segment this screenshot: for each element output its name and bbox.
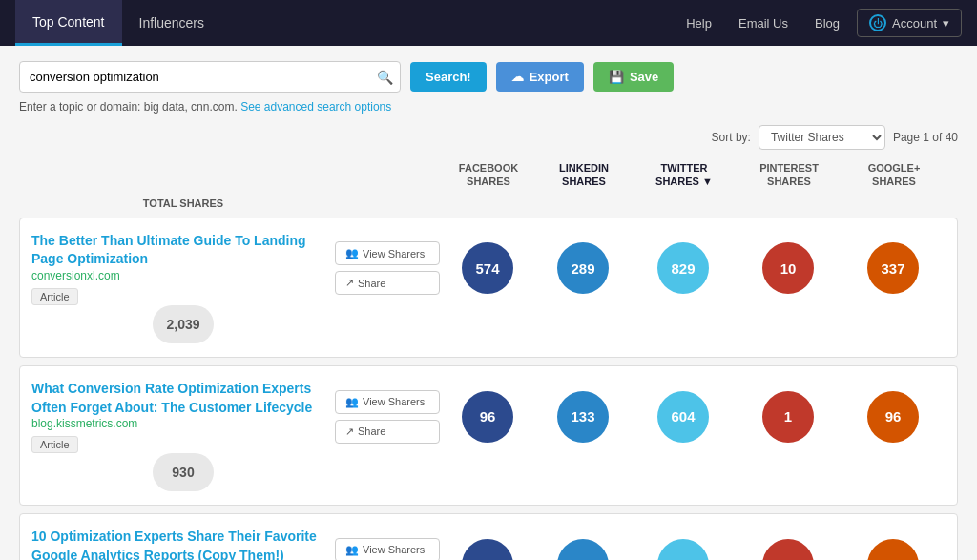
fb-share-1: 574 [440, 242, 535, 294]
share-icon: ↗ [345, 425, 354, 438]
table-header: FACEBOOKSHARES LINKEDINSHARES TWITTERSHA… [19, 157, 958, 214]
users-icon: 👥 [345, 396, 359, 408]
navbar: Top Content Influencers Help Email Us Bl… [0, 0, 977, 46]
col-header-facebook: FACEBOOKSHARES [441, 157, 536, 193]
nav-left: Top Content Influencers [15, 0, 221, 46]
gp-share-3: 159 [841, 539, 946, 560]
pi-circle-2: 1 [762, 391, 814, 443]
nav-right: Help Email Us Blog ⏻ Account ▾ [676, 9, 962, 37]
users-icon: 👥 [345, 247, 359, 259]
nav-item-influencers[interactable]: Influencers [122, 0, 221, 46]
content-info-3: 10 Optimization Experts Share Their Favo… [31, 528, 335, 560]
col-header-actions [336, 157, 441, 193]
col-header-title [31, 157, 336, 193]
search-hint: Enter a topic or domain: big data, cnn.c… [19, 100, 958, 114]
li-share-3: 161 [535, 539, 631, 560]
li-circle-1: 289 [557, 242, 609, 294]
search-input-wrap: 🔍 [19, 61, 401, 93]
chevron-down-icon: ▾ [943, 16, 949, 31]
gp-circle-1: 337 [867, 242, 919, 294]
upload-icon: ☁ [511, 70, 524, 84]
search-button[interactable]: Search! [410, 62, 487, 92]
nav-item-top-content[interactable]: Top Content [15, 0, 122, 46]
fb-share-3: 188 [440, 539, 535, 560]
gp-share-2: 96 [841, 391, 946, 443]
view-sharers-button-1[interactable]: 👥 View Sharers [335, 241, 440, 265]
gp-share-1: 337 [841, 242, 946, 294]
total-share-1: 2,039 [31, 305, 335, 343]
gp-circle-3: 159 [867, 539, 919, 560]
content-info-1: The Better Than Ultimate Guide To Landin… [31, 232, 335, 305]
fb-share-2: 96 [440, 391, 535, 443]
action-buttons-1: 👥 View Sharers ↗ Share [335, 241, 440, 295]
tw-circle-2: 604 [657, 391, 709, 443]
pi-circle-1: 10 [762, 242, 814, 294]
main-content: 🔍 Search! ☁ Export 💾 Save Enter a topic … [0, 46, 977, 560]
sort-label: Sort by: [712, 131, 751, 144]
table-row: What Conversion Rate Optimization Expert… [19, 365, 958, 506]
action-buttons-2: 👥 View Sharers ↗ Share [335, 390, 440, 444]
col-header-total: TOTAL SHARES [31, 193, 336, 214]
nav-help-link[interactable]: Help [676, 12, 721, 34]
share-button-2[interactable]: ↗ Share [335, 420, 440, 444]
tw-circle-1: 829 [657, 242, 709, 294]
fb-circle-2: 96 [462, 391, 513, 443]
table-row: 10 Optimization Experts Share Their Favo… [19, 513, 958, 560]
search-row: 🔍 Search! ☁ Export 💾 Save [19, 61, 958, 93]
content-domain-1: conversionxl.com [31, 269, 335, 282]
content-badge-1: Article [31, 288, 78, 305]
sort-select[interactable]: Twitter Shares Facebook Shares LinkedIn … [759, 125, 885, 150]
content-title-1[interactable]: The Better Than Ultimate Guide To Landin… [31, 233, 306, 267]
content-domain-2: blog.kissmetrics.com [31, 417, 335, 430]
li-circle-3: 161 [557, 539, 609, 560]
fb-circle-3: 188 [462, 539, 513, 560]
col-header-linkedin: LINKEDINSHARES [536, 157, 632, 193]
account-button[interactable]: ⏻ Account ▾ [857, 9, 962, 37]
tw-share-3: 529 [631, 539, 736, 560]
view-sharers-button-2[interactable]: 👥 View Sharers [335, 390, 440, 414]
action-buttons-3: 👥 View Sharers ↗ Share [335, 538, 440, 560]
tw-share-1: 829 [631, 242, 736, 294]
pi-circle-3: 0 [762, 539, 814, 560]
pi-share-2: 1 [736, 391, 841, 443]
total-circle-1: 2,039 [153, 305, 214, 343]
content-title-3[interactable]: 10 Optimization Experts Share Their Favo… [31, 529, 317, 560]
pi-share-1: 10 [736, 242, 841, 294]
page-info: Page 1 of 40 [893, 131, 958, 144]
col-header-googleplus: GOOGLE+SHARES [842, 157, 946, 193]
share-button-1[interactable]: ↗ Share [335, 271, 440, 295]
search-input[interactable] [19, 61, 401, 93]
export-button[interactable]: ☁ Export [496, 62, 584, 92]
nav-blog-link[interactable]: Blog [805, 12, 849, 34]
table-row: The Better Than Ultimate Guide To Landin… [19, 218, 958, 358]
save-button[interactable]: 💾 Save [593, 62, 674, 92]
advanced-search-link[interactable]: See advanced search options [240, 100, 391, 114]
gp-circle-2: 96 [867, 391, 919, 443]
share-icon: ↗ [345, 277, 354, 289]
col-header-pinterest: PINTERESTSHARES [737, 157, 842, 193]
col-header-twitter[interactable]: TWITTERSHARES ▼ [632, 157, 737, 193]
li-share-1: 289 [535, 242, 631, 294]
users-icon: 👥 [345, 544, 359, 556]
tw-circle-3: 529 [657, 539, 709, 560]
tw-share-2: 604 [631, 391, 736, 443]
content-badge-2: Article [31, 436, 78, 453]
power-icon: ⏻ [869, 14, 886, 31]
li-circle-2: 133 [557, 391, 609, 443]
nav-email-link[interactable]: Email Us [729, 12, 798, 34]
total-circle-2: 930 [153, 453, 214, 491]
account-label: Account [892, 16, 937, 31]
content-title-2[interactable]: What Conversion Rate Optimization Expert… [31, 381, 312, 415]
fb-circle-1: 574 [462, 242, 513, 294]
view-sharers-button-3[interactable]: 👥 View Sharers [335, 538, 440, 560]
total-share-2: 930 [31, 453, 335, 491]
content-info-2: What Conversion Rate Optimization Expert… [31, 380, 335, 453]
li-share-2: 133 [535, 391, 631, 443]
search-icon-button[interactable]: 🔍 [377, 70, 393, 85]
floppy-icon: 💾 [609, 70, 624, 84]
pi-share-3: 0 [736, 539, 841, 560]
sort-row: Sort by: Twitter Shares Facebook Shares … [19, 125, 958, 150]
